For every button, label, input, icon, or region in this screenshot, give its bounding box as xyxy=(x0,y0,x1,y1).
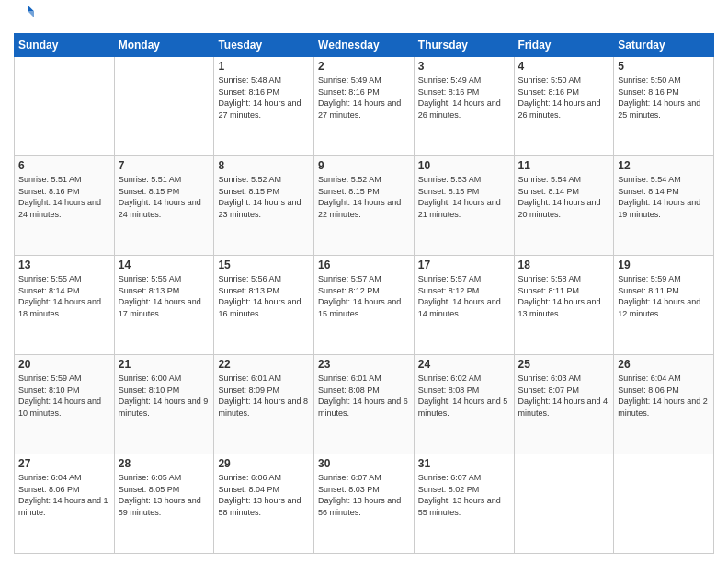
cell-info: Sunrise: 6:05 AMSunset: 8:05 PMDaylight:… xyxy=(119,472,210,518)
calendar-cell: 28Sunrise: 6:05 AMSunset: 8:05 PMDayligh… xyxy=(114,454,214,554)
calendar-cell: 29Sunrise: 6:06 AMSunset: 8:04 PMDayligh… xyxy=(214,454,314,554)
day-number: 29 xyxy=(218,457,310,470)
calendar-cell xyxy=(614,454,714,554)
calendar-cell: 25Sunrise: 6:03 AMSunset: 8:07 PMDayligh… xyxy=(514,355,614,454)
week-row-4: 20Sunrise: 5:59 AMSunset: 8:10 PMDayligh… xyxy=(15,355,714,454)
cell-info: Sunrise: 6:07 AMSunset: 8:02 PMDaylight:… xyxy=(418,472,510,518)
cell-info: Sunrise: 6:07 AMSunset: 8:03 PMDaylight:… xyxy=(318,472,410,518)
cell-info: Sunrise: 5:55 AMSunset: 8:14 PMDaylight:… xyxy=(18,273,110,319)
day-number: 12 xyxy=(618,159,710,172)
day-number: 26 xyxy=(618,358,710,371)
svg-marker-0 xyxy=(28,6,34,12)
cell-info: Sunrise: 6:01 AMSunset: 8:08 PMDaylight:… xyxy=(318,373,410,419)
week-row-1: 1Sunrise: 5:48 AMSunset: 8:16 PMDaylight… xyxy=(15,57,714,156)
day-number: 24 xyxy=(418,358,510,371)
day-number: 19 xyxy=(618,259,710,271)
cell-info: Sunrise: 5:51 AMSunset: 8:15 PMDaylight:… xyxy=(119,174,210,220)
col-header-saturday: Saturday xyxy=(614,34,714,57)
col-header-tuesday: Tuesday xyxy=(214,34,314,57)
calendar-cell: 4Sunrise: 5:50 AMSunset: 8:16 PMDaylight… xyxy=(514,57,614,156)
col-header-thursday: Thursday xyxy=(414,34,514,57)
cell-info: Sunrise: 6:04 AMSunset: 8:06 PMDaylight:… xyxy=(18,472,110,518)
day-number: 20 xyxy=(18,358,110,371)
day-number: 28 xyxy=(119,457,210,470)
week-row-3: 13Sunrise: 5:55 AMSunset: 8:14 PMDayligh… xyxy=(15,256,714,355)
calendar-cell: 12Sunrise: 5:54 AMSunset: 8:14 PMDayligh… xyxy=(614,156,714,256)
day-number: 1 xyxy=(218,60,310,73)
page: SundayMondayTuesdayWednesdayThursdayFrid… xyxy=(0,0,728,563)
day-number: 23 xyxy=(318,358,410,371)
cell-info: Sunrise: 5:59 AMSunset: 8:11 PMDaylight:… xyxy=(618,273,710,319)
cell-info: Sunrise: 5:51 AMSunset: 8:16 PMDaylight:… xyxy=(18,174,110,220)
cell-info: Sunrise: 6:06 AMSunset: 8:04 PMDaylight:… xyxy=(218,472,310,518)
calendar-cell: 1Sunrise: 5:48 AMSunset: 8:16 PMDaylight… xyxy=(214,57,314,156)
calendar-table: SundayMondayTuesdayWednesdayThursdayFrid… xyxy=(14,33,714,554)
calendar-cell: 8Sunrise: 5:52 AMSunset: 8:15 PMDaylight… xyxy=(214,156,314,256)
day-number: 16 xyxy=(318,259,410,271)
svg-marker-1 xyxy=(28,11,34,17)
week-row-5: 27Sunrise: 6:04 AMSunset: 8:06 PMDayligh… xyxy=(15,454,714,554)
cell-info: Sunrise: 5:57 AMSunset: 8:12 PMDaylight:… xyxy=(418,273,510,319)
day-number: 9 xyxy=(318,159,410,172)
cell-info: Sunrise: 5:50 AMSunset: 8:16 PMDaylight:… xyxy=(618,75,710,121)
calendar-cell: 9Sunrise: 5:52 AMSunset: 8:15 PMDaylight… xyxy=(314,156,415,256)
calendar-cell: 24Sunrise: 6:02 AMSunset: 8:08 PMDayligh… xyxy=(414,355,514,454)
day-number: 11 xyxy=(518,159,610,172)
cell-info: Sunrise: 5:48 AMSunset: 8:16 PMDaylight:… xyxy=(218,75,310,121)
logo xyxy=(14,9,38,26)
col-header-sunday: Sunday xyxy=(15,34,115,57)
calendar-cell: 5Sunrise: 5:50 AMSunset: 8:16 PMDaylight… xyxy=(614,57,714,156)
day-number: 18 xyxy=(518,259,610,271)
calendar-cell: 22Sunrise: 6:01 AMSunset: 8:09 PMDayligh… xyxy=(214,355,314,454)
day-number: 13 xyxy=(18,259,110,271)
cell-info: Sunrise: 6:01 AMSunset: 8:09 PMDaylight:… xyxy=(218,373,310,419)
col-header-friday: Friday xyxy=(514,34,614,57)
day-number: 15 xyxy=(218,259,310,271)
col-header-wednesday: Wednesday xyxy=(314,34,415,57)
calendar-cell: 6Sunrise: 5:51 AMSunset: 8:16 PMDaylight… xyxy=(15,156,115,256)
calendar-cell: 16Sunrise: 5:57 AMSunset: 8:12 PMDayligh… xyxy=(314,256,415,355)
day-number: 8 xyxy=(218,159,310,172)
cell-info: Sunrise: 5:50 AMSunset: 8:16 PMDaylight:… xyxy=(518,75,610,121)
cell-info: Sunrise: 6:03 AMSunset: 8:07 PMDaylight:… xyxy=(518,373,610,419)
day-number: 14 xyxy=(119,259,210,271)
day-number: 17 xyxy=(418,259,510,271)
calendar-cell: 26Sunrise: 6:04 AMSunset: 8:06 PMDayligh… xyxy=(614,355,714,454)
cell-info: Sunrise: 5:54 AMSunset: 8:14 PMDaylight:… xyxy=(618,174,710,220)
calendar-cell: 10Sunrise: 5:53 AMSunset: 8:15 PMDayligh… xyxy=(414,156,514,256)
cell-info: Sunrise: 5:59 AMSunset: 8:10 PMDaylight:… xyxy=(18,373,110,419)
day-number: 30 xyxy=(318,457,410,470)
day-number: 21 xyxy=(119,358,210,371)
day-number: 6 xyxy=(18,159,110,172)
week-row-2: 6Sunrise: 5:51 AMSunset: 8:16 PMDaylight… xyxy=(15,156,714,256)
cell-info: Sunrise: 6:00 AMSunset: 8:10 PMDaylight:… xyxy=(119,373,210,419)
cell-info: Sunrise: 5:57 AMSunset: 8:12 PMDaylight:… xyxy=(318,273,410,319)
cell-info: Sunrise: 5:52 AMSunset: 8:15 PMDaylight:… xyxy=(218,174,310,220)
cell-info: Sunrise: 5:56 AMSunset: 8:13 PMDaylight:… xyxy=(218,273,310,319)
calendar-cell: 15Sunrise: 5:56 AMSunset: 8:13 PMDayligh… xyxy=(214,256,314,355)
day-number: 5 xyxy=(618,60,710,73)
col-header-monday: Monday xyxy=(114,34,214,57)
calendar-cell: 13Sunrise: 5:55 AMSunset: 8:14 PMDayligh… xyxy=(15,256,115,355)
calendar-cell xyxy=(514,454,614,554)
day-number: 2 xyxy=(318,60,410,73)
calendar-cell: 30Sunrise: 6:07 AMSunset: 8:03 PMDayligh… xyxy=(314,454,415,554)
day-number: 25 xyxy=(518,358,610,371)
cell-info: Sunrise: 5:53 AMSunset: 8:15 PMDaylight:… xyxy=(418,174,510,220)
calendar-cell: 21Sunrise: 6:00 AMSunset: 8:10 PMDayligh… xyxy=(114,355,214,454)
calendar-cell: 17Sunrise: 5:57 AMSunset: 8:12 PMDayligh… xyxy=(414,256,514,355)
calendar-cell xyxy=(15,57,115,156)
cell-info: Sunrise: 5:55 AMSunset: 8:13 PMDaylight:… xyxy=(119,273,210,319)
calendar-cell: 14Sunrise: 5:55 AMSunset: 8:13 PMDayligh… xyxy=(114,256,214,355)
day-number: 4 xyxy=(518,60,610,73)
calendar-cell: 27Sunrise: 6:04 AMSunset: 8:06 PMDayligh… xyxy=(15,454,115,554)
day-number: 31 xyxy=(418,457,510,470)
calendar-cell: 2Sunrise: 5:49 AMSunset: 8:16 PMDaylight… xyxy=(314,57,415,156)
cell-info: Sunrise: 5:58 AMSunset: 8:11 PMDaylight:… xyxy=(518,273,610,319)
header-row: SundayMondayTuesdayWednesdayThursdayFrid… xyxy=(15,34,714,57)
day-number: 22 xyxy=(218,358,310,371)
cell-info: Sunrise: 5:52 AMSunset: 8:15 PMDaylight:… xyxy=(318,174,410,220)
calendar-cell: 23Sunrise: 6:01 AMSunset: 8:08 PMDayligh… xyxy=(314,355,415,454)
cell-info: Sunrise: 5:54 AMSunset: 8:14 PMDaylight:… xyxy=(518,174,610,220)
day-number: 7 xyxy=(119,159,210,172)
